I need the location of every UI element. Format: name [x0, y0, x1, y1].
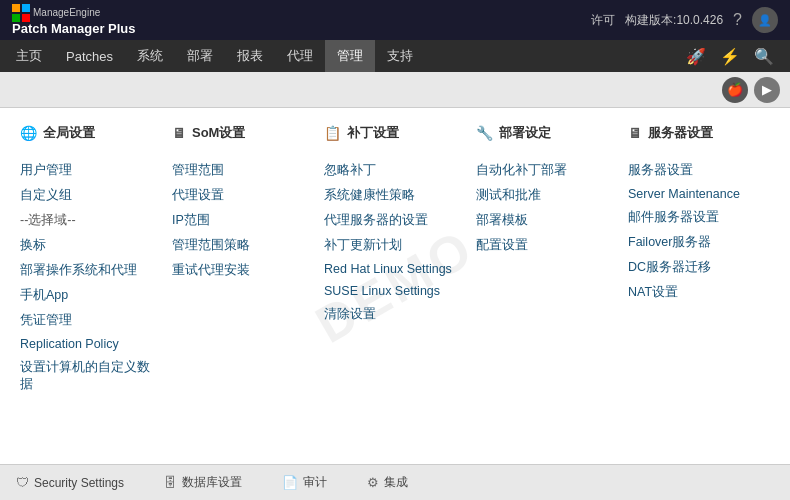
- database-icon: 🗄: [164, 475, 177, 490]
- bottom-bar: 🛡 Security Settings 🗄 数据库设置 📄 审计 ⚙ 集成: [0, 464, 790, 500]
- svg-rect-1: [22, 4, 30, 12]
- bottom-database[interactable]: 🗄 数据库设置: [164, 474, 242, 491]
- menu-credentials[interactable]: 凭证管理: [20, 308, 152, 333]
- nav-home[interactable]: 主页: [4, 40, 54, 72]
- play-icon-btn[interactable]: ▶: [754, 77, 780, 103]
- help-icon[interactable]: ?: [733, 11, 742, 29]
- patch-icon: 📋: [324, 125, 341, 141]
- col-som-title: SoM设置: [192, 124, 245, 142]
- user-name: 许可: [591, 13, 615, 27]
- build-version: 构建版本:10.0.426: [625, 13, 723, 27]
- col-global-header: 🌐 全局设置: [20, 124, 152, 146]
- col-server-title: 服务器设置: [648, 124, 713, 142]
- toolbar-row: 🍎 ▶: [0, 72, 790, 108]
- col-som-header: 🖥 SoM设置: [172, 124, 304, 146]
- menu-manage-scope[interactable]: 管理范围: [172, 158, 304, 183]
- bottom-audit-label: 审计: [303, 474, 327, 491]
- menu-test-approve[interactable]: 测试和批准: [476, 183, 608, 208]
- nav-reports[interactable]: 报表: [225, 40, 275, 72]
- logo-top: ManageEngine: [12, 4, 136, 22]
- menu-server-maintenance[interactable]: Server Maintenance: [628, 183, 760, 205]
- col-deploy: 🔧 部署设定 自动化补丁部署 测试和批准 部署模板 配置设置: [466, 124, 618, 397]
- menu-columns: 🌐 全局设置 用户管理 自定义组 --选择域-- 换标 部署操作系统和代理 手机…: [20, 124, 770, 397]
- menu-proxy-settings[interactable]: 代理设置: [172, 183, 304, 208]
- header-right: 许可 构建版本:10.0.426 ? 👤: [591, 7, 778, 33]
- nav-agent[interactable]: 代理: [275, 40, 325, 72]
- nav-right-actions: 🚀 ⚡ 🔍: [682, 47, 786, 66]
- menu-proxy-server-settings[interactable]: 代理服务器的设置: [324, 208, 456, 233]
- user-info: 许可 构建版本:10.0.426: [591, 12, 723, 29]
- col-patch-title: 补丁设置: [347, 124, 399, 142]
- menu-deploy-os-agent[interactable]: 部署操作系统和代理: [20, 258, 152, 283]
- menu-retry-agent[interactable]: 重试代理安装: [172, 258, 304, 283]
- menu-mobile-app[interactable]: 手机App: [20, 283, 152, 308]
- search-icon[interactable]: 🔍: [750, 47, 778, 66]
- col-patch-header: 📋 补丁设置: [324, 124, 456, 146]
- menu-nat-settings[interactable]: NAT设置: [628, 280, 760, 305]
- menu-clear-settings[interactable]: 清除设置: [324, 302, 456, 327]
- menu-deploy-template[interactable]: 部署模板: [476, 208, 608, 233]
- nav-manage[interactable]: 管理: [325, 40, 375, 72]
- bottom-security-label: Security Settings: [34, 476, 124, 490]
- shield-icon: 🛡: [16, 475, 29, 490]
- avatar[interactable]: 👤: [752, 7, 778, 33]
- audit-icon: 📄: [282, 475, 298, 490]
- col-global: 🌐 全局设置 用户管理 自定义组 --选择域-- 换标 部署操作系统和代理 手机…: [20, 124, 162, 397]
- col-deploy-title: 部署设定: [499, 124, 551, 142]
- nav-patches[interactable]: Patches: [54, 40, 125, 72]
- manageengine-label: ManageEngine: [33, 7, 100, 18]
- menu-config-settings[interactable]: 配置设置: [476, 233, 608, 258]
- menu-patch-update-plan[interactable]: 补丁更新计划: [324, 233, 456, 258]
- manageengine-logo-icon: [12, 4, 30, 22]
- bottom-security[interactable]: 🛡 Security Settings: [16, 475, 124, 490]
- main-content: DEMO 🌐 全局设置 用户管理 自定义组 --选择域-- 换标 部署操作系统和…: [0, 108, 790, 464]
- menu-redhat-settings[interactable]: Red Hat Linux Settings: [324, 258, 456, 280]
- col-deploy-header: 🔧 部署设定: [476, 124, 608, 146]
- menu-suse-settings[interactable]: SUSE Linux Settings: [324, 280, 456, 302]
- menu-custom-group[interactable]: 自定义组: [20, 183, 152, 208]
- nav-deploy[interactable]: 部署: [175, 40, 225, 72]
- svg-rect-0: [12, 4, 20, 12]
- menu-rebrand[interactable]: 换标: [20, 233, 152, 258]
- apple-icon-btn[interactable]: 🍎: [722, 77, 748, 103]
- server-icon: 🖥: [628, 125, 642, 141]
- menu-mail-server[interactable]: 邮件服务器设置: [628, 205, 760, 230]
- bottom-audit[interactable]: 📄 审计: [282, 474, 327, 491]
- menu-replication-policy[interactable]: Replication Policy: [20, 333, 152, 355]
- col-server-header: 🖥 服务器设置: [628, 124, 760, 146]
- menu-ignore-patch[interactable]: 忽略补丁: [324, 158, 456, 183]
- rocket-icon[interactable]: 🚀: [682, 47, 710, 66]
- bottom-integration-label: 集成: [384, 474, 408, 491]
- lightning-icon[interactable]: ⚡: [716, 47, 744, 66]
- nav-system[interactable]: 系统: [125, 40, 175, 72]
- menu-auto-patch-deploy[interactable]: 自动化补丁部署: [476, 158, 608, 183]
- menu-select-domain[interactable]: --选择域--: [20, 208, 152, 233]
- col-server: 🖥 服务器设置 服务器设置 Server Maintenance 邮件服务器设置…: [618, 124, 770, 397]
- som-icon: 🖥: [172, 125, 186, 141]
- menu-ip-range[interactable]: IP范围: [172, 208, 304, 233]
- col-global-title: 全局设置: [43, 124, 95, 142]
- deploy-icon: 🔧: [476, 125, 493, 141]
- nav-support[interactable]: 支持: [375, 40, 425, 72]
- col-som: 🖥 SoM设置 管理范围 代理设置 IP范围 管理范围策略 重试代理安装: [162, 124, 314, 397]
- bottom-database-label: 数据库设置: [182, 474, 242, 491]
- menu-scope-policy[interactable]: 管理范围策略: [172, 233, 304, 258]
- menu-user-mgmt[interactable]: 用户管理: [20, 158, 152, 183]
- global-icon: 🌐: [20, 125, 37, 141]
- navbar: 主页 Patches 系统 部署 报表 代理 管理 支持 🚀 ⚡ 🔍: [0, 40, 790, 72]
- logo-area: ManageEngine Patch Manager Plus: [12, 4, 136, 36]
- menu-custom-data[interactable]: 设置计算机的自定义数据: [20, 355, 152, 397]
- menu-dc-migrate[interactable]: DC服务器迁移: [628, 255, 760, 280]
- col-patch: 📋 补丁设置 忽略补丁 系统健康性策略 代理服务器的设置 补丁更新计划 Red …: [314, 124, 466, 397]
- menu-server-settings[interactable]: 服务器设置: [628, 158, 760, 183]
- menu-failover-server[interactable]: Failover服务器: [628, 230, 760, 255]
- header: ManageEngine Patch Manager Plus 许可 构建版本:…: [0, 0, 790, 40]
- bottom-integration[interactable]: ⚙ 集成: [367, 474, 408, 491]
- integration-icon: ⚙: [367, 475, 379, 490]
- menu-health-policy[interactable]: 系统健康性策略: [324, 183, 456, 208]
- app-title: Patch Manager Plus: [12, 22, 136, 36]
